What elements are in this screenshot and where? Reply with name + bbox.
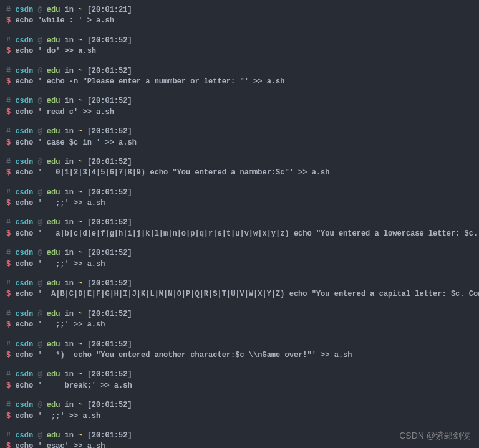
at-symbol: @ <box>37 36 42 45</box>
prompt-header: # csdn @ edu in ~ [20:01:52] <box>6 217 473 228</box>
command-line: $ echo 'while : ' > a.sh <box>6 16 473 26</box>
prompt-symbol: $ <box>6 442 11 448</box>
timestamp: [20:01:52] <box>87 218 132 227</box>
command-line: $ echo ' A|B|C|D|E|F|G|H|I|J|K|L|M|N|O|P… <box>6 289 473 300</box>
timestamp: [20:01:52] <box>87 370 132 379</box>
at-symbol: @ <box>37 431 42 440</box>
separator: in <box>65 310 74 318</box>
command-line: $ echo ' echo -n "Please enter a nummber… <box>6 77 473 87</box>
path: ~ <box>78 188 82 197</box>
timestamp: [20:01:52] <box>87 67 132 75</box>
prompt-symbol: $ <box>6 320 11 329</box>
command-line: $ echo ' case $c in ' >> a.sh <box>6 138 473 148</box>
at-symbol: @ <box>37 401 42 409</box>
at-symbol: @ <box>37 6 42 14</box>
hash-symbol: # <box>6 67 11 75</box>
at-symbol: @ <box>37 370 42 379</box>
path: ~ <box>78 279 82 288</box>
hostname: edu <box>47 401 60 409</box>
timestamp: [20:01:52] <box>87 127 132 136</box>
path: ~ <box>78 67 82 75</box>
path: ~ <box>78 401 82 409</box>
command-line: $ echo ' a|b|c|d|e|f|g|h|i|j|k|l|m|n|o|p… <box>6 229 473 239</box>
prompt-symbol: $ <box>6 351 11 360</box>
prompt-header: # csdn @ edu in ~ [20:01:52] <box>6 36 473 46</box>
command-block: # csdn @ edu in ~ [20:01:52]$ echo ' do'… <box>6 36 473 57</box>
command-text: echo ' ;;' >> a.sh <box>15 320 105 329</box>
prompt-symbol: $ <box>6 229 11 238</box>
separator: in <box>65 158 74 166</box>
hostname: edu <box>47 188 60 197</box>
hostname: edu <box>47 6 60 14</box>
path: ~ <box>78 431 82 440</box>
hostname: edu <box>47 340 60 349</box>
command-line: $ echo ' esac' >> a.sh <box>6 441 473 448</box>
path: ~ <box>78 6 82 14</box>
prompt-header: # csdn @ edu in ~ [20:01:52] <box>6 96 473 107</box>
separator: in <box>65 249 74 257</box>
path: ~ <box>78 310 82 318</box>
username: csdn <box>15 340 33 349</box>
separator: in <box>65 431 74 440</box>
command-line: $ echo ' do' >> a.sh <box>6 46 473 57</box>
command-block: # csdn @ edu in ~ [20:01:52]$ echo ' ;;'… <box>6 400 473 422</box>
at-symbol: @ <box>37 188 42 197</box>
prompt-header: # csdn @ edu in ~ [20:01:52] <box>6 340 473 350</box>
hash-symbol: # <box>6 249 11 257</box>
command-line: $ echo ' ;;' >> a.sh <box>6 320 473 330</box>
prompt-header: # csdn @ edu in ~ [20:01:52] <box>6 279 473 289</box>
prompt-header: # csdn @ edu in ~ [20:01:52] <box>6 157 473 168</box>
timestamp: [20:01:52] <box>87 158 132 166</box>
prompt-header: # csdn @ edu in ~ [20:01:52] <box>6 66 473 77</box>
command-line: $ echo ' 0|1|2|3|4|5|6|7|8|9) echo "You … <box>6 168 473 178</box>
timestamp: [20:01:52] <box>87 188 132 197</box>
command-text: echo 'while : ' > a.sh <box>15 16 114 25</box>
hash-symbol: # <box>6 401 11 409</box>
path: ~ <box>78 370 82 379</box>
command-block: # csdn @ edu in ~ [20:01:52]$ echo ' *) … <box>6 340 473 361</box>
separator: in <box>65 279 74 288</box>
path: ~ <box>78 158 82 166</box>
at-symbol: @ <box>37 158 42 166</box>
timestamp: [20:01:52] <box>87 36 132 45</box>
at-symbol: @ <box>37 127 42 136</box>
command-block: # csdn @ edu in ~ [20:01:52]$ echo ' ;;'… <box>6 248 473 270</box>
command-text: echo ' A|B|C|D|E|F|G|H|I|J|K|L|M|N|O|P|Q… <box>15 290 479 298</box>
timestamp: [20:01:52] <box>87 401 132 409</box>
command-block: # csdn @ edu in ~ [20:01:52]$ echo ' 0|1… <box>6 157 473 179</box>
at-symbol: @ <box>37 340 42 349</box>
watermark: CSDN @紫郢剑侠 <box>399 431 470 442</box>
path: ~ <box>78 218 82 227</box>
command-block: # csdn @ edu in ~ [20:01:21]$ echo 'whil… <box>6 5 473 27</box>
hostname: edu <box>47 158 60 166</box>
path: ~ <box>78 249 82 257</box>
hash-symbol: # <box>6 279 11 288</box>
path: ~ <box>78 97 82 105</box>
hash-symbol: # <box>6 127 11 136</box>
hostname: edu <box>47 310 60 318</box>
prompt-header: # csdn @ edu in ~ [20:01:52] <box>6 309 473 320</box>
prompt-header: # csdn @ edu in ~ [20:01:52] <box>6 369 473 380</box>
command-line: $ echo ' ;;' >> a.sh <box>6 411 473 422</box>
timestamp: [20:01:52] <box>87 310 132 318</box>
separator: in <box>65 67 74 75</box>
username: csdn <box>15 401 33 409</box>
prompt-header: # csdn @ edu in ~ [20:01:52] <box>6 126 473 137</box>
at-symbol: @ <box>37 279 42 288</box>
at-symbol: @ <box>37 249 42 257</box>
command-line: $ echo ' break;' >> a.sh <box>6 381 473 391</box>
separator: in <box>65 127 74 136</box>
username: csdn <box>15 188 33 197</box>
separator: in <box>65 188 74 197</box>
username: csdn <box>15 36 33 45</box>
command-block: # csdn @ edu in ~ [20:01:52]$ echo ' ;;'… <box>6 309 473 331</box>
command-block: # csdn @ edu in ~ [20:01:52]$ echo ' A|B… <box>6 279 473 300</box>
hash-symbol: # <box>6 370 11 379</box>
command-text: echo ' *) echo "You entered another char… <box>15 351 352 360</box>
hostname: edu <box>47 36 60 45</box>
username: csdn <box>15 67 33 75</box>
separator: in <box>65 97 74 105</box>
username: csdn <box>15 97 33 105</box>
command-text: echo ' read c' >> a.sh <box>15 108 114 117</box>
prompt-symbol: $ <box>6 138 11 147</box>
